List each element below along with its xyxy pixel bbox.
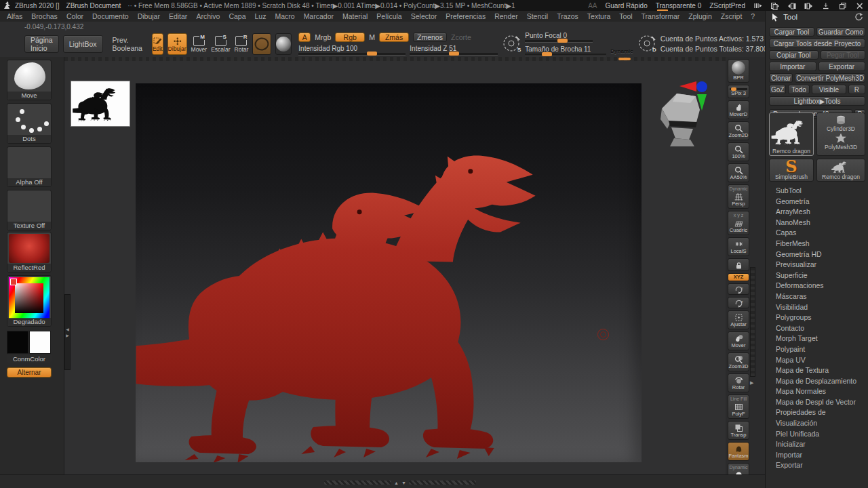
switch-color-button[interactable]: Alternar [7, 367, 52, 378]
tool-pegar-tool-button[interactable]: Pegar Tool [821, 50, 865, 60]
subpalette-capas[interactable]: Capas [766, 228, 868, 239]
tool-lightbox-tools-button[interactable]: Lightbox▶Tools [769, 96, 865, 106]
tool-palette-header[interactable]: Tool [766, 11, 868, 23]
play-movie-icon[interactable] [770, 1, 779, 10]
close-icon[interactable] [855, 1, 864, 10]
menu-zscript[interactable]: Zscript [721, 12, 743, 20]
transparent-button[interactable]: Transparente 0 [656, 2, 701, 9]
scroll-doc-button[interactable]: MoverD [728, 100, 749, 119]
current-brush-well[interactable] [252, 33, 271, 55]
mrgb-toggle[interactable]: Mrgb [315, 33, 331, 41]
subpalette-piel-unificada[interactable]: Piel Unificada [766, 429, 868, 440]
persp-button[interactable]: DynamicPersp [728, 184, 749, 209]
focal-shift-handle[interactable] [557, 39, 568, 43]
menu-documento[interactable]: Documento [92, 12, 129, 20]
z-intensity-handle[interactable] [449, 52, 459, 56]
menu-material[interactable]: Material [342, 12, 368, 20]
color-picker-icon[interactable] [9, 277, 50, 319]
current-material-well[interactable] [275, 33, 292, 55]
local-sym-button[interactable]: LocalS [728, 237, 749, 256]
actual-size-button[interactable]: 100% [728, 142, 749, 161]
subpalette-mapa-de-despl-de-vector[interactable]: Mapa de Despl de Vector [766, 397, 868, 408]
brush-size-slider[interactable]: Tamaño de Brocha 11 [525, 45, 606, 56]
secondary-color-swatch[interactable] [29, 331, 51, 354]
rgb-intensity-handle[interactable] [367, 52, 377, 56]
spix-slider[interactable] [730, 88, 747, 90]
draw-button[interactable]: Dibujar [167, 33, 187, 55]
cylinder3d-label[interactable]: Cylinder3D [827, 125, 855, 133]
lightbox-button[interactable]: LightBox [63, 35, 103, 53]
tool-cargar-tool-button[interactable]: Cargar Tool [769, 27, 814, 37]
menu-color[interactable]: Color [66, 12, 83, 20]
scrollbar-handle[interactable] [618, 58, 631, 60]
menu-luz[interactable]: Luz [255, 12, 267, 20]
scale-button[interactable]: S Escalar [211, 33, 230, 55]
aa-half-button[interactable]: AA50% [728, 163, 749, 182]
menu-marcador[interactable]: Marcador [304, 12, 334, 20]
boolean-preview-button[interactable]: Prev. Booleana [113, 36, 142, 52]
left-tile-texture-off[interactable]: Texture Off [7, 190, 52, 230]
z-intensity-slider[interactable]: Intensidad Z 51 [410, 45, 498, 56]
menu-tool[interactable]: Tool [619, 12, 632, 20]
tool-convertir-polymesh3d-button[interactable]: Convertir PolyMesh3D [795, 73, 865, 83]
subpalette-inicializar[interactable]: Inicializar [766, 439, 868, 450]
menu-stencil[interactable]: Stencil [527, 12, 549, 20]
subpalette-propiedades-de-visualizaci-n[interactable]: Propiedades de Visualización [766, 407, 868, 428]
rgb-intensity-slider[interactable]: Intensidad Rgb 100 [298, 45, 406, 56]
menu-alfas[interactable]: Alfas [7, 12, 22, 20]
tool-exportar-button[interactable]: Exportar [818, 62, 866, 71]
left-tile-conmcolor[interactable]: ConmColor [7, 329, 52, 363]
polymesh3d-label[interactable]: PolyMesh3D [825, 144, 857, 151]
tool-thumb-group[interactable]: Cylinder3D PolyMesh3D [816, 113, 865, 156]
active-tool-thumb[interactable]: Remco dragon [769, 113, 814, 156]
dragon-tool-thumb[interactable]: Remco dragon [816, 159, 865, 182]
left-tile-dots[interactable]: Dots [7, 103, 52, 144]
subpalette-morph-target[interactable]: Morph Target [766, 333, 868, 344]
tool-clonar-button[interactable]: Clonar [769, 73, 793, 83]
brush-size-handle[interactable] [542, 52, 552, 56]
subpalette-geometr-a-hd[interactable]: Geometría HD [766, 249, 868, 260]
subpalette-visibilidad[interactable]: Visibilidad [766, 302, 868, 313]
tool-goz-button[interactable]: GoZ [769, 85, 786, 94]
simplebrush-thumb[interactable]: S SimpleBrush [769, 159, 814, 182]
zoom-2d-button[interactable]: Zoom2D [728, 121, 749, 140]
rotate-button[interactable]: R Rotar [235, 33, 249, 55]
menu-macro[interactable]: Macro [275, 12, 294, 20]
menu-dibujar[interactable]: Dibujar [138, 12, 160, 20]
subpalette-mapa-de-desplazamiento[interactable]: Mapa de Desplazamiento [766, 376, 868, 387]
left-tray-divider[interactable]: ◀▶ [64, 294, 71, 370]
subpalette-polypaint[interactable]: Polypaint [766, 344, 868, 355]
menu-textura[interactable]: Textura [587, 12, 610, 20]
subpalette-subtool[interactable]: SubTool [766, 186, 868, 197]
zscript-button[interactable]: ZScriptPred [709, 2, 745, 9]
left-tile-move[interactable]: Move [7, 60, 52, 100]
menu-transformar[interactable]: Transformar [642, 12, 680, 20]
anti-aliasing-toggle[interactable]: A [298, 33, 311, 42]
palette-reset-icon[interactable] [854, 12, 863, 21]
menu-archivo[interactable]: Archivo [196, 12, 220, 20]
menu-editar[interactable]: Editar [169, 12, 187, 20]
minimize-icon[interactable] [821, 1, 830, 10]
right-tray-divider[interactable]: ▶ [750, 267, 755, 377]
tool-importar-button[interactable]: Importar [769, 62, 816, 71]
dynamic-mode-label[interactable]: Dynamic [610, 48, 633, 54]
tool-cargar-tools-desde-proyecto-button[interactable]: Cargar Tools desde Proyecto [769, 39, 865, 48]
zadd-toggle[interactable]: Zmás [379, 33, 409, 42]
focal-shift-slider[interactable]: Punto Focal 0 [525, 32, 593, 43]
subpalette-deformaciones[interactable]: Deformaciones [766, 281, 868, 291]
menu-preferencias[interactable]: Preferencias [446, 12, 486, 20]
transp-button[interactable]: Transp [728, 421, 749, 440]
restore-icon[interactable] [838, 1, 847, 10]
main-color-swatch[interactable] [7, 331, 28, 354]
spix-handle[interactable] [731, 87, 736, 91]
subpalette-previsualizar[interactable]: Previsualizar [766, 260, 868, 270]
zoom-3d-button[interactable]: Zoom3D [728, 352, 749, 371]
menu-pel-cula[interactable]: Película [376, 12, 401, 20]
menu-trazos[interactable]: Trazos [557, 12, 578, 20]
subpalette-polygroups[interactable]: Polygroups [766, 312, 868, 323]
canvas-top-scrollbar[interactable] [64, 57, 726, 61]
bpr-button[interactable]: BPR [728, 59, 749, 83]
tool-todo-button[interactable]: Todo [788, 85, 810, 94]
menu-brochas[interactable]: Brochas [31, 12, 58, 20]
floor-grid-button[interactable]: x y zCuadríc [728, 211, 749, 235]
